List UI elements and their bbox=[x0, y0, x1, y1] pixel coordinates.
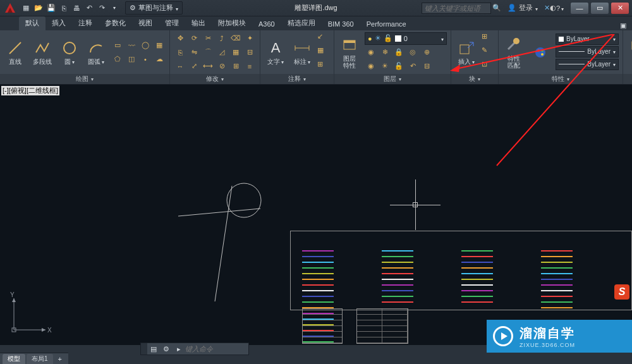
qat-more-icon[interactable] bbox=[109, 3, 120, 14]
create-block-icon[interactable]: ⊞ bbox=[482, 32, 494, 45]
color-dropdown[interactable]: ByLayer bbox=[556, 33, 619, 45]
open-icon[interactable]: 📂 bbox=[33, 3, 44, 14]
trim-icon[interactable]: ✂ bbox=[202, 32, 214, 45]
polyline-button[interactable]: 多段线 bbox=[30, 38, 54, 66]
lineweight-dropdown[interactable]: ByLayer bbox=[556, 46, 619, 58]
break-icon[interactable]: ⊘ bbox=[216, 60, 228, 73]
group-button[interactable]: 组 bbox=[627, 38, 632, 67]
layer-lock-icon[interactable]: 🔒 bbox=[392, 46, 405, 59]
insert-button[interactable]: 插入 bbox=[455, 38, 478, 67]
panel-annot-title[interactable]: 注释 bbox=[260, 74, 334, 84]
saveas-icon[interactable]: ⎘ bbox=[58, 3, 70, 14]
text-button[interactable]: A文字 bbox=[264, 38, 287, 67]
layer-state-icon[interactable]: ⊟ bbox=[420, 60, 433, 73]
tab-注释[interactable]: 注释 bbox=[72, 16, 99, 30]
save-icon[interactable]: 💾 bbox=[46, 3, 57, 14]
move-icon[interactable]: ✥ bbox=[174, 32, 186, 45]
palette-button[interactable] bbox=[529, 42, 552, 63]
tab-插入[interactable]: 插入 bbox=[46, 16, 72, 30]
edit-block-icon[interactable]: ✎ bbox=[482, 46, 494, 59]
match-properties-button[interactable]: 特性 匹配 bbox=[502, 35, 525, 70]
search-input[interactable] bbox=[422, 3, 491, 14]
region-icon[interactable]: ◫ bbox=[125, 53, 138, 66]
align-icon[interactable]: ≡ bbox=[243, 60, 256, 73]
layer-dropdown[interactable]: ● ☀ 🔓 0 bbox=[365, 32, 447, 45]
dimension-button[interactable]: 标注 bbox=[291, 38, 313, 67]
layer-off-icon[interactable]: ◉ bbox=[365, 46, 377, 59]
panel-layer-title[interactable]: 图层 bbox=[334, 74, 451, 84]
tab-A360[interactable]: A360 bbox=[252, 18, 281, 30]
table-icon[interactable]: ▦ bbox=[317, 46, 330, 59]
rect-icon[interactable]: ▭ bbox=[111, 39, 124, 52]
scale-icon[interactable]: ⤢ bbox=[188, 60, 200, 73]
array-icon[interactable]: ▦ bbox=[229, 46, 242, 59]
explode-icon[interactable]: ✦ bbox=[243, 32, 256, 45]
hatch-icon[interactable]: ▦ bbox=[153, 39, 166, 52]
app-logo[interactable] bbox=[3, 1, 18, 16]
mtext-icon[interactable]: ⊞ bbox=[317, 60, 330, 73]
help-icon[interactable]: ? bbox=[556, 4, 564, 12]
panel-modify-title[interactable]: 修改 bbox=[170, 74, 260, 84]
redo-icon[interactable]: ↷ bbox=[96, 3, 107, 14]
add-layout-button[interactable]: + bbox=[54, 355, 66, 363]
layer-match-icon[interactable]: ⊕ bbox=[420, 46, 433, 59]
drawing-viewport[interactable]: [-][俯视][二维线框] S X Y bbox=[0, 85, 632, 345]
close-button[interactable]: ✕ bbox=[611, 2, 629, 15]
undo-icon[interactable]: ↶ bbox=[83, 3, 95, 14]
layer-properties-button[interactable]: 图层 特性 bbox=[338, 35, 361, 70]
mirror-icon[interactable]: ⇋ bbox=[188, 46, 200, 59]
extend-icon[interactable]: ⤴ bbox=[216, 32, 228, 45]
signin-button[interactable]: 👤 登录 bbox=[507, 3, 538, 13]
leader-icon[interactable]: ↙ bbox=[317, 32, 330, 45]
a360-icon[interactable]: ◐ bbox=[550, 4, 556, 12]
tab-BIM 360[interactable]: BIM 360 bbox=[322, 18, 360, 30]
viewport-label[interactable]: [-][俯视][二维线框] bbox=[1, 86, 59, 95]
tab-Performance[interactable]: Performance bbox=[360, 18, 413, 30]
panel-prop-title[interactable]: 特性 bbox=[499, 74, 623, 84]
layer-unlock-icon[interactable]: 🔓 bbox=[392, 60, 405, 73]
circle-button[interactable]: 圆 bbox=[58, 38, 81, 67]
fillet-icon[interactable]: ⌒ bbox=[202, 46, 214, 59]
maximize-button[interactable]: ▭ bbox=[590, 2, 609, 15]
layer-iso-icon[interactable]: ◎ bbox=[406, 46, 419, 59]
tab-输出[interactable]: 输出 bbox=[185, 16, 212, 30]
layer-thaw-icon[interactable]: ☀ bbox=[379, 60, 391, 73]
search-icon[interactable]: 🔍 bbox=[492, 4, 501, 12]
polygon-icon[interactable]: ⬠ bbox=[111, 53, 124, 66]
arc-button[interactable]: 圆弧 bbox=[85, 38, 107, 67]
lengthen-icon[interactable]: ⟷ bbox=[202, 60, 214, 73]
chamfer-icon[interactable]: ◿ bbox=[216, 46, 228, 59]
join-icon[interactable]: ⊞ bbox=[229, 60, 242, 73]
plot-icon[interactable]: 🖶 bbox=[71, 3, 82, 14]
rotate-icon[interactable]: ⟳ bbox=[188, 32, 200, 45]
ellipse-icon[interactable]: ◯ bbox=[139, 39, 152, 52]
erase-icon[interactable]: ⌫ bbox=[229, 32, 242, 45]
tab-参数化[interactable]: 参数化 bbox=[99, 16, 132, 30]
layer-prev-icon[interactable]: ↶ bbox=[406, 60, 419, 73]
tab-layout1[interactable]: 布局1 bbox=[27, 354, 53, 364]
point-icon[interactable]: • bbox=[139, 53, 152, 66]
attr-icon[interactable]: ⊡ bbox=[482, 60, 494, 73]
tab-管理[interactable]: 管理 bbox=[159, 16, 185, 30]
line-button[interactable]: 直线 bbox=[4, 38, 27, 66]
revcloud-icon[interactable]: ☁ bbox=[153, 53, 166, 66]
tab-精选应用[interactable]: 精选应用 bbox=[281, 16, 322, 30]
minimize-button[interactable]: — bbox=[570, 2, 589, 15]
stretch-icon[interactable]: ↔ bbox=[174, 60, 186, 73]
spline-icon[interactable]: 〰 bbox=[125, 39, 138, 52]
workspace-dropdown[interactable]: ⚙ 草图与注释 bbox=[125, 1, 183, 15]
command-config-icon[interactable]: ⚙ bbox=[160, 345, 173, 353]
layer-freeze-icon[interactable]: ❄ bbox=[379, 46, 391, 59]
tab-model[interactable]: 模型 bbox=[3, 354, 25, 364]
tab-附加模块[interactable]: 附加模块 bbox=[212, 16, 252, 30]
command-input[interactable] bbox=[185, 345, 248, 353]
tab-默认[interactable]: 默认 bbox=[19, 16, 46, 30]
linetype-dropdown[interactable]: ByLayer bbox=[556, 59, 619, 70]
command-history-icon[interactable]: ▤ bbox=[147, 345, 160, 353]
command-line[interactable]: ▤ ⚙ ▸ bbox=[140, 343, 249, 355]
panel-draw-title[interactable]: 绘图 bbox=[0, 74, 169, 84]
tab-视图[interactable]: 视图 bbox=[132, 16, 159, 30]
offset-icon[interactable]: ⊟ bbox=[243, 46, 256, 59]
copy-icon[interactable]: ⎘ bbox=[174, 46, 186, 59]
panel-block-title[interactable]: 块 bbox=[451, 74, 498, 84]
